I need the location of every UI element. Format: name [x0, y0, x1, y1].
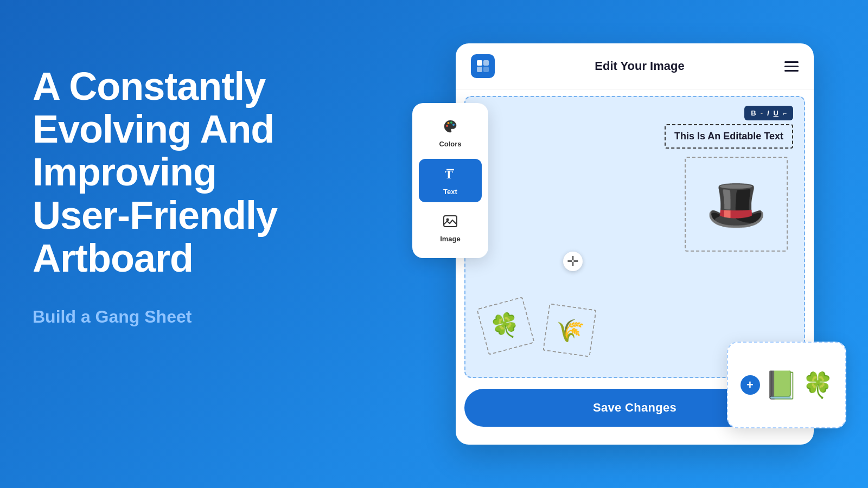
sticker-item-1[interactable]: 📗 [764, 369, 798, 401]
svg-point-0 [446, 125, 448, 127]
move-cursor-icon: ✛ [563, 252, 583, 271]
svg-point-3 [452, 124, 455, 126]
svg-rect-9 [477, 67, 482, 72]
menu-icon[interactable] [784, 61, 799, 72]
left-section: A Constantly Evolving And Improving User… [33, 65, 336, 329]
editable-text: This Is An Editable Text [674, 131, 783, 142]
tool-colors[interactable]: Colors [419, 112, 482, 155]
tool-image[interactable]: Image [419, 207, 482, 249]
right-section: Colors T Text Image [412, 27, 814, 461]
colors-icon [442, 118, 458, 137]
svg-rect-6 [444, 216, 457, 227]
editor-header: Edit Your Image [456, 43, 814, 89]
svg-point-1 [448, 122, 450, 124]
editable-text-box[interactable]: This Is An Editable Text [665, 124, 793, 149]
image-icon [442, 213, 458, 232]
text-icon: T [442, 165, 458, 184]
svg-rect-10 [483, 60, 489, 66]
image-label: Image [440, 235, 461, 243]
colors-label: Colors [439, 140, 461, 148]
sub-headline: Build a Gang Sheet [33, 306, 336, 329]
app-logo [471, 54, 495, 78]
add-sticker-button[interactable]: + [741, 375, 760, 395]
tool-text[interactable]: T Text [419, 159, 482, 202]
horseshoe-sticker[interactable]: 🌾 [542, 303, 596, 357]
sidebar-tools-card: Colors T Text Image [412, 103, 488, 258]
hat-sticker[interactable]: 🎩 [685, 157, 788, 252]
text-label: Text [443, 188, 457, 196]
svg-point-2 [450, 121, 452, 124]
sticker-item-2[interactable]: 🍀 [802, 370, 833, 400]
italic-btn[interactable]: I [767, 109, 769, 117]
svg-rect-8 [477, 60, 482, 66]
hat-emoji: 🎩 [706, 180, 767, 229]
editor-title: Edit Your Image [595, 59, 684, 73]
link-btn[interactable]: ⌐ [783, 110, 787, 117]
stickers-float-card[interactable]: + 📗 🍀 [727, 342, 846, 428]
main-headline: A Constantly Evolving And Improving User… [33, 65, 336, 280]
bold-btn[interactable]: B [751, 109, 756, 117]
svg-rect-11 [483, 67, 489, 72]
editor-canvas[interactable]: B - I U ⌐ This Is An Editable Text 🎩 ✛ 🍀… [464, 96, 805, 378]
svg-point-7 [446, 219, 449, 221]
underline-btn[interactable]: U [774, 109, 778, 117]
text-format-toolbar[interactable]: B - I U ⌐ [744, 106, 793, 120]
small-clover-sticker[interactable]: 🍀 [476, 297, 535, 355]
stickers-inner: + 📗 🍀 [741, 369, 833, 401]
